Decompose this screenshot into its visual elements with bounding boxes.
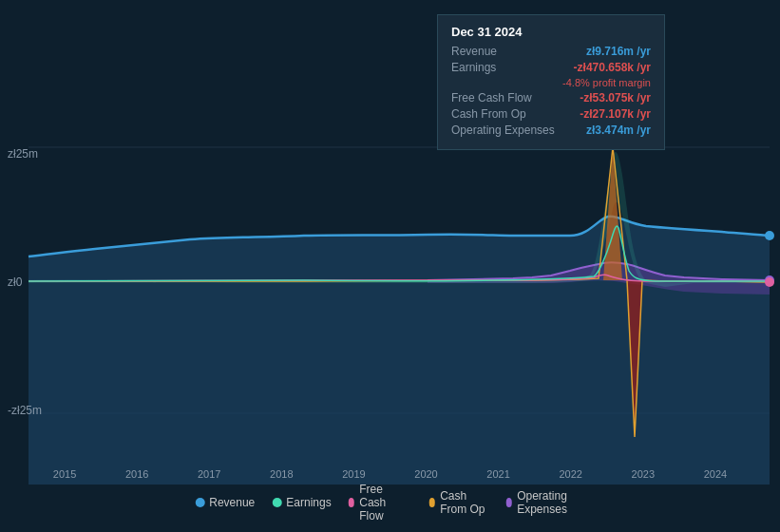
legend-dot-earnings xyxy=(272,498,281,507)
chart-legend: Revenue Earnings Free Cash Flow Cash Fro… xyxy=(195,483,585,522)
tooltip-label-earnings: Earnings xyxy=(451,61,496,74)
tooltip-value-revenue: zł9.716m /yr xyxy=(586,45,651,58)
x-label-2022: 2022 xyxy=(559,468,581,480)
tooltip-row-earnings: Earnings -zł470.658k /yr xyxy=(451,61,651,74)
legend-label-fcf: Free Cash Flow xyxy=(359,483,411,522)
legend-cashfromop: Cash From Op xyxy=(429,489,489,516)
x-label-2019: 2019 xyxy=(342,468,365,480)
tooltip-date: Dec 31 2024 xyxy=(451,25,651,39)
x-label-2016: 2016 xyxy=(125,468,148,480)
tooltip-label-opex: Operating Expenses xyxy=(451,124,555,137)
x-label-2021: 2021 xyxy=(486,468,509,480)
legend-dot-revenue xyxy=(195,498,204,507)
legend-opex: Operating Expenses xyxy=(506,489,585,516)
y-label-bot: -zł25m xyxy=(8,404,42,417)
svg-point-4 xyxy=(765,231,774,240)
y-label-top: zł25m xyxy=(8,147,38,161)
tooltip-row-revenue: Revenue zł9.716m /yr xyxy=(451,45,651,58)
x-label-2023: 2023 xyxy=(632,468,655,480)
legend-dot-cashfromop xyxy=(429,498,436,507)
x-axis-labels: 2015 2016 2017 2018 2019 2020 2021 2022 … xyxy=(0,468,780,480)
legend-label-earnings: Earnings xyxy=(286,496,331,509)
tooltip-label-fcf: Free Cash Flow xyxy=(451,91,532,104)
y-label-mid: zł0 xyxy=(8,276,22,289)
tooltip-profit-margin: -4.8% profit margin xyxy=(451,77,651,88)
legend-label-revenue: Revenue xyxy=(209,496,255,509)
tooltip-row-opex: Operating Expenses zł3.474m /yr xyxy=(451,124,651,137)
legend-earnings: Earnings xyxy=(272,496,331,509)
svg-point-6 xyxy=(765,277,774,287)
tooltip-value-earnings: -zł470.658k /yr xyxy=(574,61,651,74)
tooltip-value-cashfromop: -zł27.107k /yr xyxy=(580,107,651,121)
x-label-2018: 2018 xyxy=(270,468,293,480)
legend-dot-opex xyxy=(506,498,513,507)
tooltip-label-revenue: Revenue xyxy=(451,45,497,58)
legend-label-cashfromop: Cash From Op xyxy=(440,489,488,516)
chart-container: zł25m zł0 -zł25m 2015 2016 2017 2018 201… xyxy=(0,0,780,532)
x-label-2020: 2020 xyxy=(414,468,437,480)
x-label-2024: 2024 xyxy=(704,468,727,480)
legend-label-opex: Operating Expenses xyxy=(517,489,585,516)
legend-dot-fcf xyxy=(349,498,355,507)
tooltip-row-fcf: Free Cash Flow -zł53.075k /yr xyxy=(451,91,651,104)
tooltip-value-fcf: -zł53.075k /yr xyxy=(580,91,651,104)
legend-revenue: Revenue xyxy=(195,496,255,509)
x-label-2015: 2015 xyxy=(53,468,76,480)
data-tooltip: Dec 31 2024 Revenue zł9.716m /yr Earning… xyxy=(437,14,665,150)
x-label-2017: 2017 xyxy=(198,468,220,480)
tooltip-row-cashfromop: Cash From Op -zł27.107k /yr xyxy=(451,107,651,121)
tooltip-label-cashfromop: Cash From Op xyxy=(451,107,526,121)
tooltip-value-opex: zł3.474m /yr xyxy=(586,124,651,137)
legend-fcf: Free Cash Flow xyxy=(349,483,412,522)
